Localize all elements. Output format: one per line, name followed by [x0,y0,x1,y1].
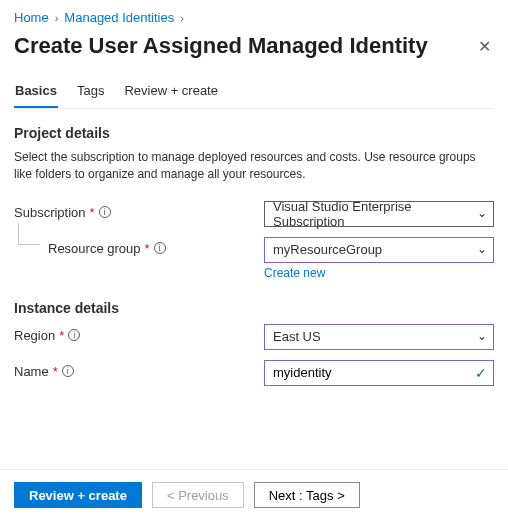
check-icon: ✓ [475,365,487,381]
create-new-link[interactable]: Create new [264,266,325,280]
next-button[interactable]: Next : Tags > [254,482,360,508]
chevron-right-icon: › [55,12,59,24]
tree-indent-line [18,223,40,245]
required-indicator: * [90,205,95,220]
breadcrumb: Home › Managed Identities › [14,10,494,25]
subscription-label: Subscription [14,205,86,220]
region-label: Region [14,328,55,343]
tab-tags[interactable]: Tags [76,83,105,108]
subscription-select[interactable]: Visual Studio Enterprise Subscription ⌄ [264,201,494,227]
resource-group-value: myResourceGroup [273,242,382,257]
tab-basics[interactable]: Basics [14,83,58,108]
info-icon[interactable]: i [68,329,80,341]
chevron-down-icon: ⌄ [477,242,487,256]
name-input[interactable] [273,365,469,380]
info-icon[interactable]: i [62,365,74,377]
footer-bar: Review + create < Previous Next : Tags > [0,469,508,520]
name-input-wrapper: ✓ [264,360,494,386]
project-details-description: Select the subscription to manage deploy… [14,149,494,183]
chevron-down-icon: ⌄ [477,329,487,343]
subscription-value: Visual Studio Enterprise Subscription [273,199,469,229]
page-title: Create User Assigned Managed Identity [14,33,428,59]
required-indicator: * [145,241,150,256]
review-create-button[interactable]: Review + create [14,482,142,508]
region-value: East US [273,329,321,344]
info-icon[interactable]: i [154,242,166,254]
required-indicator: * [53,364,58,379]
region-select[interactable]: East US ⌄ [264,324,494,350]
close-icon[interactable]: ✕ [474,37,494,56]
tab-review-create[interactable]: Review + create [123,83,219,108]
tabs: Basics Tags Review + create [14,83,494,109]
breadcrumb-managed-identities[interactable]: Managed Identities [64,10,174,25]
chevron-right-icon: › [180,12,184,24]
name-label: Name [14,364,49,379]
previous-button: < Previous [152,482,244,508]
chevron-down-icon: ⌄ [477,206,487,220]
instance-details-heading: Instance details [14,300,494,316]
info-icon[interactable]: i [99,206,111,218]
project-details-heading: Project details [14,125,494,141]
resource-group-select[interactable]: myResourceGroup ⌄ [264,237,494,263]
required-indicator: * [59,328,64,343]
breadcrumb-home[interactable]: Home [14,10,49,25]
resource-group-label: Resource group [48,241,141,256]
